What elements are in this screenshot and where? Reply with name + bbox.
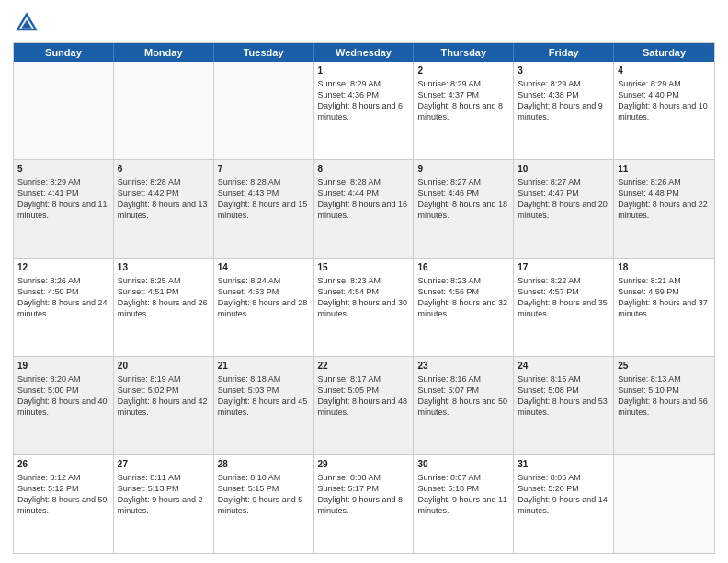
cell-info: Sunrise: 8:26 AM Sunset: 4:50 PM Dayligh…: [17, 275, 109, 320]
day-number: 4: [618, 64, 711, 77]
calendar-cell: 28Sunrise: 8:10 AM Sunset: 5:15 PM Dayli…: [214, 455, 314, 553]
weekday-header: Saturday: [614, 43, 714, 62]
calendar-cell: 14Sunrise: 8:24 AM Sunset: 4:53 PM Dayli…: [214, 259, 314, 356]
day-number: 31: [518, 458, 609, 471]
day-number: 20: [118, 360, 210, 373]
calendar-cell: 24Sunrise: 8:15 AM Sunset: 5:08 PM Dayli…: [514, 357, 614, 454]
calendar-cell: 4Sunrise: 8:29 AM Sunset: 4:40 PM Daylig…: [614, 62, 714, 159]
day-number: 30: [417, 458, 509, 471]
calendar-cell: 22Sunrise: 8:17 AM Sunset: 5:05 PM Dayli…: [314, 357, 415, 454]
cell-info: Sunrise: 8:16 AM Sunset: 5:07 PM Dayligh…: [417, 373, 509, 419]
day-number: 17: [518, 261, 609, 274]
day-number: 10: [518, 163, 609, 176]
cell-info: Sunrise: 8:29 AM Sunset: 4:37 PM Dayligh…: [417, 78, 509, 123]
calendar-cell: 1Sunrise: 8:29 AM Sunset: 4:36 PM Daylig…: [314, 62, 415, 159]
cell-info: Sunrise: 8:20 AM Sunset: 5:00 PM Dayligh…: [17, 373, 109, 419]
day-number: 18: [618, 261, 711, 274]
calendar-cell: 15Sunrise: 8:23 AM Sunset: 4:54 PM Dayli…: [314, 259, 415, 356]
weekday-header: Thursday: [414, 43, 514, 62]
day-number: 2: [417, 64, 509, 77]
day-number: 26: [17, 458, 109, 471]
day-number: 22: [318, 360, 410, 373]
cell-info: Sunrise: 8:29 AM Sunset: 4:40 PM Dayligh…: [618, 78, 711, 123]
calendar-cell: 2Sunrise: 8:29 AM Sunset: 4:37 PM Daylig…: [414, 62, 514, 159]
calendar-cell: 12Sunrise: 8:26 AM Sunset: 4:50 PM Dayli…: [14, 259, 114, 356]
cell-info: Sunrise: 8:24 AM Sunset: 4:53 PM Dayligh…: [218, 275, 310, 320]
calendar-header: SundayMondayTuesdayWednesdayThursdayFrid…: [14, 43, 714, 62]
weekday-header: Wednesday: [314, 43, 415, 62]
calendar-cell: 13Sunrise: 8:25 AM Sunset: 4:51 PM Dayli…: [114, 259, 214, 356]
day-number: 27: [118, 458, 210, 471]
calendar: SundayMondayTuesdayWednesdayThursdayFrid…: [13, 42, 715, 554]
cell-info: Sunrise: 8:21 AM Sunset: 4:59 PM Dayligh…: [618, 275, 711, 320]
calendar-cell: [214, 62, 314, 159]
day-number: 24: [518, 360, 609, 373]
calendar-row: 19Sunrise: 8:20 AM Sunset: 5:00 PM Dayli…: [14, 357, 714, 455]
calendar-cell: 5Sunrise: 8:29 AM Sunset: 4:41 PM Daylig…: [14, 160, 114, 258]
day-number: 15: [318, 261, 410, 274]
cell-info: Sunrise: 8:29 AM Sunset: 4:38 PM Dayligh…: [518, 78, 609, 123]
cell-info: Sunrise: 8:18 AM Sunset: 5:03 PM Dayligh…: [218, 373, 310, 419]
cell-info: Sunrise: 8:28 AM Sunset: 4:44 PM Dayligh…: [318, 177, 410, 222]
weekday-header: Sunday: [14, 43, 114, 62]
cell-info: Sunrise: 8:22 AM Sunset: 4:57 PM Dayligh…: [518, 275, 609, 320]
calendar-row: 12Sunrise: 8:26 AM Sunset: 4:50 PM Dayli…: [14, 259, 714, 357]
cell-info: Sunrise: 8:08 AM Sunset: 5:17 PM Dayligh…: [318, 472, 410, 517]
day-number: 8: [318, 163, 410, 176]
calendar-cell: 10Sunrise: 8:27 AM Sunset: 4:47 PM Dayli…: [514, 160, 614, 258]
day-number: 25: [618, 360, 711, 373]
calendar-cell: 30Sunrise: 8:07 AM Sunset: 5:18 PM Dayli…: [414, 455, 514, 553]
cell-info: Sunrise: 8:27 AM Sunset: 4:47 PM Dayligh…: [518, 177, 609, 222]
calendar-cell: 26Sunrise: 8:12 AM Sunset: 5:12 PM Dayli…: [14, 455, 114, 553]
cell-info: Sunrise: 8:15 AM Sunset: 5:08 PM Dayligh…: [518, 373, 609, 419]
cell-info: Sunrise: 8:17 AM Sunset: 5:05 PM Dayligh…: [318, 373, 410, 419]
calendar-row: 5Sunrise: 8:29 AM Sunset: 4:41 PM Daylig…: [14, 160, 714, 259]
day-number: 7: [218, 163, 310, 176]
calendar-row: 1Sunrise: 8:29 AM Sunset: 4:36 PM Daylig…: [14, 62, 714, 160]
calendar-cell: [14, 62, 114, 159]
cell-info: Sunrise: 8:13 AM Sunset: 5:10 PM Dayligh…: [618, 373, 711, 419]
calendar-cell: 31Sunrise: 8:06 AM Sunset: 5:20 PM Dayli…: [514, 455, 614, 553]
cell-info: Sunrise: 8:06 AM Sunset: 5:20 PM Dayligh…: [518, 472, 609, 517]
cell-info: Sunrise: 8:29 AM Sunset: 4:41 PM Dayligh…: [17, 177, 109, 222]
cell-info: Sunrise: 8:23 AM Sunset: 4:56 PM Dayligh…: [417, 275, 509, 320]
day-number: 14: [218, 261, 310, 274]
calendar-cell: 21Sunrise: 8:18 AM Sunset: 5:03 PM Dayli…: [214, 357, 314, 454]
day-number: 1: [318, 64, 410, 77]
day-number: 11: [618, 163, 711, 176]
calendar-body: 1Sunrise: 8:29 AM Sunset: 4:36 PM Daylig…: [14, 62, 714, 553]
calendar-cell: 16Sunrise: 8:23 AM Sunset: 4:56 PM Dayli…: [414, 259, 514, 356]
day-number: 9: [417, 163, 509, 176]
calendar-cell: 8Sunrise: 8:28 AM Sunset: 4:44 PM Daylig…: [314, 160, 415, 258]
calendar-cell: 6Sunrise: 8:28 AM Sunset: 4:42 PM Daylig…: [114, 160, 214, 258]
day-number: 12: [17, 261, 109, 274]
cell-info: Sunrise: 8:29 AM Sunset: 4:36 PM Dayligh…: [318, 78, 410, 123]
calendar-cell: 25Sunrise: 8:13 AM Sunset: 5:10 PM Dayli…: [614, 357, 714, 454]
day-number: 6: [118, 163, 210, 176]
day-number: 5: [17, 163, 109, 176]
cell-info: Sunrise: 8:10 AM Sunset: 5:15 PM Dayligh…: [218, 472, 310, 517]
calendar-cell: 19Sunrise: 8:20 AM Sunset: 5:00 PM Dayli…: [14, 357, 114, 454]
cell-info: Sunrise: 8:25 AM Sunset: 4:51 PM Dayligh…: [118, 275, 210, 320]
calendar-cell: 20Sunrise: 8:19 AM Sunset: 5:02 PM Dayli…: [114, 357, 214, 454]
calendar-cell: 23Sunrise: 8:16 AM Sunset: 5:07 PM Dayli…: [414, 357, 514, 454]
calendar-cell: 17Sunrise: 8:22 AM Sunset: 4:57 PM Dayli…: [514, 259, 614, 356]
calendar-cell: 18Sunrise: 8:21 AM Sunset: 4:59 PM Dayli…: [614, 259, 714, 356]
day-number: 13: [118, 261, 210, 274]
logo: [13, 9, 44, 37]
day-number: 28: [218, 458, 310, 471]
cell-info: Sunrise: 8:23 AM Sunset: 4:54 PM Dayligh…: [318, 275, 410, 320]
cell-info: Sunrise: 8:26 AM Sunset: 4:48 PM Dayligh…: [618, 177, 711, 222]
day-number: 3: [518, 64, 609, 77]
cell-info: Sunrise: 8:07 AM Sunset: 5:18 PM Dayligh…: [417, 472, 509, 517]
weekday-header: Tuesday: [214, 43, 314, 62]
calendar-cell: [114, 62, 214, 159]
weekday-header: Monday: [114, 43, 214, 62]
weekday-header: Friday: [514, 43, 614, 62]
day-number: 16: [417, 261, 509, 274]
calendar-cell: 3Sunrise: 8:29 AM Sunset: 4:38 PM Daylig…: [514, 62, 614, 159]
calendar-cell: 7Sunrise: 8:28 AM Sunset: 4:43 PM Daylig…: [214, 160, 314, 258]
cell-info: Sunrise: 8:28 AM Sunset: 4:43 PM Dayligh…: [218, 177, 310, 222]
calendar-cell: 11Sunrise: 8:26 AM Sunset: 4:48 PM Dayli…: [614, 160, 714, 258]
cell-info: Sunrise: 8:11 AM Sunset: 5:13 PM Dayligh…: [118, 472, 210, 517]
